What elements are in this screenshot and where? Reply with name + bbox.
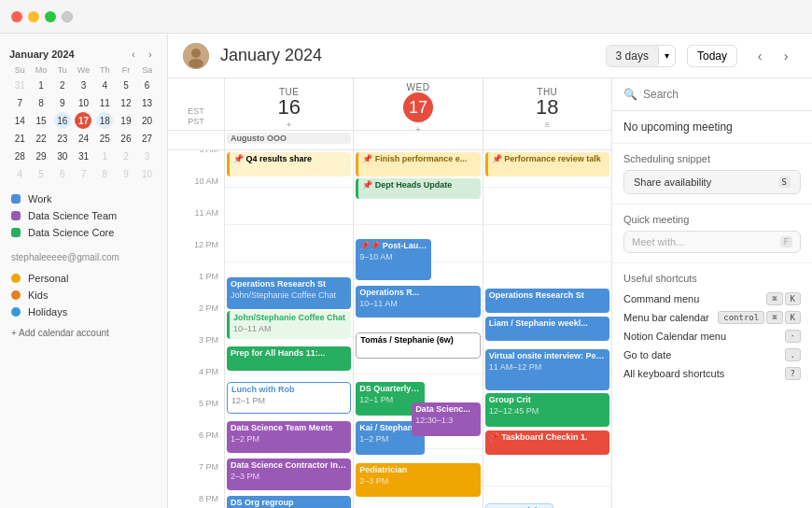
maximize-button[interactable] bbox=[45, 11, 56, 22]
event-ds-contractor[interactable]: Data Science Contractor Intake:... 2–3 P… bbox=[227, 459, 351, 490]
mini-day[interactable]: 28 bbox=[11, 148, 28, 164]
close-button[interactable] bbox=[11, 11, 22, 22]
time-grid-scroll[interactable]: 9 AM 10 AM 11 AM 12 PM 1 PM 2 PM 3 PM 4 … bbox=[168, 150, 611, 508]
mini-day[interactable]: 11 bbox=[96, 94, 113, 111]
event-virtual-onsite[interactable]: Virtual onsite interview: Pedro... 11 AM… bbox=[485, 349, 609, 390]
mini-day[interactable]: 31 bbox=[11, 77, 28, 93]
mini-day[interactable]: 3 bbox=[139, 148, 156, 164]
today-button[interactable]: Today bbox=[687, 45, 737, 67]
event-lunch-rob[interactable]: Lunch with Rob 12–1 PM bbox=[227, 382, 351, 414]
day-col-tue[interactable]: 📌 Q4 results share Operations Research S… bbox=[224, 150, 353, 508]
mini-day[interactable]: 15 bbox=[33, 112, 49, 129]
mini-day[interactable]: 26 bbox=[118, 130, 134, 147]
mini-day[interactable]: 14 bbox=[11, 112, 28, 129]
event-dept-heads[interactable]: 📌 Dept Heads Update bbox=[356, 178, 480, 199]
mini-day[interactable]: 8 bbox=[33, 94, 49, 111]
mini-day[interactable]: 13 bbox=[139, 94, 156, 111]
mini-day[interactable]: 27 bbox=[139, 130, 156, 147]
add-calendar-button[interactable]: + Add calendar account bbox=[0, 324, 167, 342]
view-days-button[interactable]: 3 days bbox=[607, 46, 658, 66]
mini-day[interactable]: 6 bbox=[54, 165, 71, 182]
mini-cal-nav-buttons: ‹ › bbox=[126, 47, 158, 62]
add-event-btn[interactable]: + bbox=[287, 120, 292, 130]
event-ops-research[interactable]: Operations Research St John/Stephanie Co… bbox=[227, 277, 351, 309]
mini-day[interactable]: 30 bbox=[54, 148, 71, 164]
mini-day[interactable]: 19 bbox=[118, 112, 134, 129]
mini-day[interactable]: 7 bbox=[75, 165, 91, 182]
all-day-event[interactable]: Augusto OOO bbox=[227, 133, 351, 144]
sidebar-item-kids[interactable]: Kids bbox=[0, 287, 167, 303]
mini-day[interactable]: 22 bbox=[33, 130, 49, 147]
mini-day[interactable]: 7 bbox=[11, 94, 28, 111]
event-coffee-chat[interactable]: John/Stephanie Coffee Chat 10–11 AM bbox=[227, 311, 351, 339]
day-col-wed[interactable]: 📌 Finish performance e... 📌 Dept Heads U… bbox=[353, 150, 482, 508]
mini-day[interactable]: 9 bbox=[54, 94, 71, 111]
mini-day[interactable]: 24 bbox=[75, 130, 91, 147]
mini-day[interactable]: 18 bbox=[96, 112, 113, 129]
mini-day[interactable]: 1 bbox=[33, 77, 49, 93]
mini-day[interactable]: 16 bbox=[54, 112, 71, 129]
event-perf-review-talk[interactable]: 📌 Performance review talk bbox=[485, 152, 609, 176]
sidebar-item-data-science-team[interactable]: Data Science Team bbox=[0, 207, 167, 224]
mini-day[interactable]: 12 bbox=[118, 94, 134, 111]
meet-with-input[interactable]: Meet with... F bbox=[623, 231, 801, 253]
view-chevron-button[interactable]: ▾ bbox=[658, 47, 675, 64]
sidebar-item-personal[interactable]: Personal bbox=[0, 270, 167, 287]
mini-day[interactable]: 9 bbox=[118, 165, 134, 182]
day-header-wed[interactable]: WED 17 + bbox=[353, 78, 482, 138]
minimize-button[interactable] bbox=[28, 11, 39, 22]
day-header-thu[interactable]: THU 18 ≡ bbox=[483, 78, 611, 138]
event-finish-perf[interactable]: 📌 Finish performance e... bbox=[356, 152, 480, 176]
sidebar-item-holidays[interactable]: Holidays bbox=[0, 303, 167, 320]
event-group-crit[interactable]: Group Crit 12–12:45 PM bbox=[485, 393, 609, 427]
next-period-button[interactable]: › bbox=[775, 45, 797, 67]
mini-day[interactable]: 3 bbox=[75, 77, 91, 93]
mini-day[interactable]: 10 bbox=[75, 94, 91, 111]
mini-day[interactable]: 21 bbox=[11, 130, 28, 147]
mini-day[interactable]: 8 bbox=[96, 165, 113, 182]
mini-day[interactable]: 31 bbox=[75, 148, 91, 164]
event-liam-stephanie[interactable]: Liam / Stephanie weekl... bbox=[485, 317, 609, 341]
event-ops-r-wed[interactable]: Operations R... 10–11 AM bbox=[356, 286, 480, 318]
user-avatar[interactable] bbox=[183, 43, 209, 69]
event-pediatrician[interactable]: Pediatrician 2–3 PM bbox=[356, 463, 480, 497]
mini-day[interactable]: 5 bbox=[33, 165, 49, 182]
share-availability-button[interactable]: Share availability S bbox=[623, 170, 801, 194]
mini-day[interactable]: 1 bbox=[96, 148, 113, 164]
mini-day[interactable]: 23 bbox=[54, 130, 71, 147]
event-ds-team-meets[interactable]: Data Science Team Meets 1–2 PM bbox=[227, 421, 351, 453]
mini-day[interactable]: 5 bbox=[118, 77, 134, 93]
mini-cal-next[interactable]: › bbox=[143, 47, 158, 62]
right-panel: 🔍 No upcoming meeting Scheduling snippet… bbox=[611, 78, 812, 508]
event-tomas-stephanie[interactable]: Tomás / Stephanie (6w) bbox=[356, 332, 480, 359]
mini-day[interactable]: 10 bbox=[139, 165, 156, 182]
day-header-tue[interactable]: TUE 16 + bbox=[224, 78, 353, 138]
search-input[interactable] bbox=[643, 88, 801, 101]
mini-cal-prev[interactable]: ‹ bbox=[126, 47, 141, 62]
fullscreen-button[interactable] bbox=[62, 11, 73, 22]
mini-day[interactable]: 2 bbox=[54, 77, 71, 93]
mini-day[interactable]: 6 bbox=[139, 77, 156, 93]
event-taskboard-checkin[interactable]: 📌 Taskboard Checkin 1. bbox=[485, 430, 609, 455]
event-q4-results[interactable]: 📌 Q4 results share bbox=[227, 152, 351, 176]
mini-day[interactable]: 20 bbox=[139, 112, 156, 129]
view-selector: 3 days ▾ bbox=[606, 45, 676, 67]
sidebar-item-data-science-core[interactable]: Data Science Core bbox=[0, 224, 167, 241]
event-data-science-w[interactable]: Data Scienc... 12:30–1:3 bbox=[412, 402, 481, 436]
event-post-launch[interactable]: 📌📌 Post-Launch... 9–10 AM bbox=[356, 239, 430, 280]
event-remote-visit[interactable]: Remote visit... 3–4 PM bbox=[485, 503, 554, 508]
sidebar-item-work[interactable]: Work bbox=[0, 190, 167, 207]
mini-day[interactable]: 25 bbox=[96, 130, 113, 147]
mini-day[interactable]: 29 bbox=[33, 148, 49, 164]
event-ops-research-thu[interactable]: Operations Research St bbox=[485, 289, 609, 313]
add-event-btn[interactable]: ≡ bbox=[544, 120, 550, 130]
event-prep-all-hands[interactable]: Prep for All Hands 11:... bbox=[227, 346, 351, 371]
useful-shortcuts-title: Useful shortcuts bbox=[623, 273, 801, 284]
day-col-thu[interactable]: 📌 Performance review talk Operations Res… bbox=[483, 150, 611, 508]
mini-day-today[interactable]: 17 bbox=[75, 112, 91, 129]
event-ds-org-regroup[interactable]: DS Org regroup 3–4 PM bbox=[227, 496, 351, 508]
prev-period-button[interactable]: ‹ bbox=[749, 45, 771, 67]
mini-day[interactable]: 4 bbox=[11, 165, 28, 182]
mini-day[interactable]: 4 bbox=[96, 77, 113, 93]
mini-day[interactable]: 2 bbox=[118, 148, 134, 164]
